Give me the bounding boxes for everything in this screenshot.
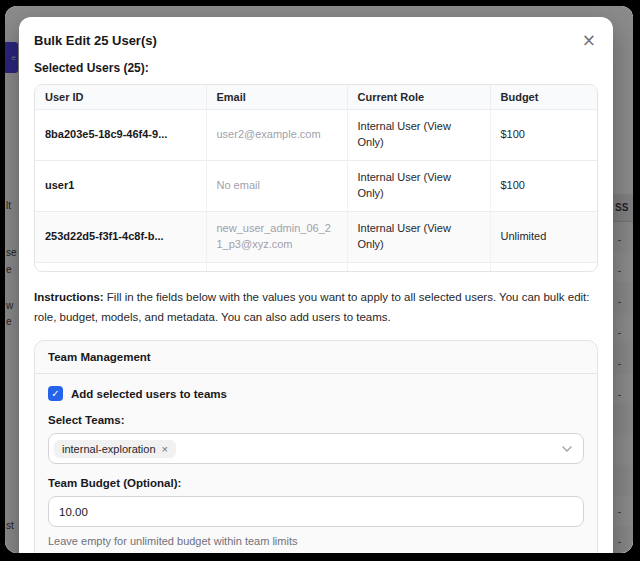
modal-header: Bulk Edit 25 User(s) × xyxy=(34,33,598,48)
cell-budget: $100 xyxy=(490,110,597,161)
checkbox-label: Add selected users to teams xyxy=(71,388,227,400)
modal-title: Bulk Edit 25 User(s) xyxy=(34,33,157,48)
table-row: 5dbd2335-cdd6-47ca-b... inter Internal U… xyxy=(35,262,597,272)
team-management-heading: Team Management xyxy=(35,341,597,374)
selected-team-chip: internal-exploration × xyxy=(54,440,176,458)
table-header-row: User ID Email Current Role Budget xyxy=(35,85,597,110)
selected-team-chip-label: internal-exploration xyxy=(62,443,156,455)
team-budget-label: Team Budget (Optional): xyxy=(48,477,584,489)
team-management-section: Team Management ✓ Add selected users to … xyxy=(34,340,598,553)
column-header-current-role: Current Role xyxy=(347,85,490,110)
cell-role: Internal User (View Only) xyxy=(347,262,490,272)
cell-budget: Unlimited xyxy=(490,262,597,272)
table-row: user1 No email Internal User (View Only)… xyxy=(35,160,597,211)
team-management-body: ✓ Add selected users to teams Select Tea… xyxy=(35,374,597,553)
table-row: 253d22d5-f3f1-4c8f-b... new_user_admin_0… xyxy=(35,211,597,262)
close-icon[interactable]: × xyxy=(580,33,598,47)
cell-user-id: user1 xyxy=(35,160,206,211)
cell-email: inter xyxy=(206,262,347,272)
cell-budget: Unlimited xyxy=(490,211,597,262)
column-header-budget: Budget xyxy=(490,85,597,110)
add-users-to-teams-checkbox-row[interactable]: ✓ Add selected users to teams xyxy=(48,386,584,401)
column-header-user-id: User ID xyxy=(35,85,206,110)
cell-role: Internal User (View Only) xyxy=(347,110,490,161)
selected-users-table[interactable]: User ID Email Current Role Budget 8ba203… xyxy=(34,84,598,272)
screen: e lt se e w e st SS - - - - - - - - Bulk… xyxy=(5,6,633,553)
instructions-text: Instructions: Fill in the fields below w… xyxy=(34,287,598,327)
budget-helper-text: Leave empty for unlimited budget within … xyxy=(48,535,584,547)
cell-budget: $100 xyxy=(490,160,597,211)
select-teams-dropdown[interactable]: internal-exploration × xyxy=(48,433,584,464)
cell-email: user2@example.com xyxy=(206,110,347,161)
column-header-email: Email xyxy=(206,85,347,110)
cell-user-id: 5dbd2335-cdd6-47ca-b... xyxy=(35,262,206,272)
team-budget-input[interactable] xyxy=(48,496,584,527)
table-row: 8ba203e5-18c9-46f4-9... user2@example.co… xyxy=(35,110,597,161)
checkbox-checked-icon[interactable]: ✓ xyxy=(48,386,63,401)
instructions-label: Instructions: xyxy=(34,291,104,303)
cell-role: Internal User (View Only) xyxy=(347,211,490,262)
bulk-edit-users-modal: Bulk Edit 25 User(s) × Selected Users (2… xyxy=(19,17,613,553)
select-teams-label: Select Teams: xyxy=(48,414,584,426)
cell-user-id: 253d22d5-f3f1-4c8f-b... xyxy=(35,211,206,262)
cell-email: new_user_admin_06_21_p3@xyz.com xyxy=(206,211,347,262)
chevron-down-icon xyxy=(561,445,573,453)
cell-user-id: 8ba203e5-18c9-46f4-9... xyxy=(35,110,206,161)
selected-users-heading: Selected Users (25): xyxy=(34,61,598,75)
cell-role: Internal User (View Only) xyxy=(347,160,490,211)
remove-team-icon[interactable]: × xyxy=(162,443,168,455)
cell-email: No email xyxy=(206,160,347,211)
